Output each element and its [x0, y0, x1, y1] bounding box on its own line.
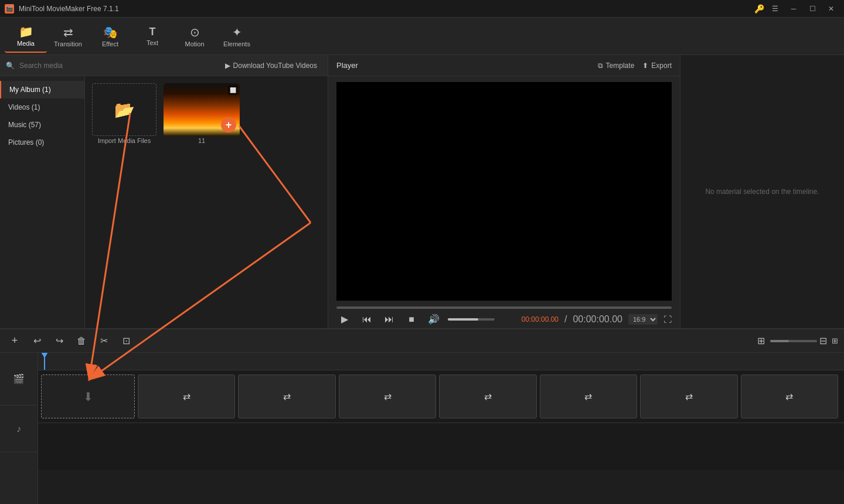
sidebar-item-pictures[interactable]: Pictures (0): [0, 134, 84, 151]
delete-button[interactable]: 🗑: [73, 332, 90, 350]
left-sidebar: My Album (1) Videos (1) Music (57) Pictu…: [0, 76, 85, 328]
playhead-area[interactable]: [38, 353, 844, 370]
volume-slider[interactable]: [448, 318, 495, 321]
timeline-toolbar: + ↩ ↪ 🗑 ✂ ⊡ ⊞ ⊟ ⊞: [0, 329, 844, 353]
sidebar-item-videos[interactable]: Videos (1): [0, 98, 84, 116]
next-frame-button[interactable]: ⏭: [381, 314, 397, 325]
aspect-ratio-select[interactable]: 16:9 4:3 1:1: [628, 314, 658, 325]
arrow-icon-6: ⇄: [685, 391, 693, 402]
timeline-segment-0[interactable]: ⬇: [41, 374, 135, 418]
timeline-right-controls: ⊞ ⊟ ⊞: [754, 334, 838, 348]
search-icon: 🔍: [6, 62, 15, 70]
export-icon: ⬆: [642, 62, 648, 70]
timeline-segment-5[interactable]: ⇄: [540, 374, 637, 418]
text-icon: T: [149, 26, 156, 38]
main-area: 🔍 ▶ Download YouTube Videos My Album (1)…: [0, 55, 844, 328]
search-input[interactable]: [19, 62, 216, 70]
timeline-tracks: ⬇ ⇄ ⇄ ⇄ ⇄ ⇄ ⇄: [38, 353, 844, 504]
track-labels: 🎬 ♪: [0, 353, 38, 504]
folder-icon: 📂: [114, 100, 135, 120]
sidebar-item-my-album[interactable]: My Album (1): [0, 81, 84, 98]
player-title: Player: [336, 61, 358, 70]
player-video: [336, 82, 672, 301]
toolbar-effect[interactable]: 🎭 Effect: [89, 20, 131, 53]
progress-bar[interactable]: [336, 307, 672, 309]
toolbar-elements[interactable]: ✦ Elements: [216, 20, 258, 53]
volume-fill: [448, 318, 478, 321]
cut-button[interactable]: ✂: [95, 332, 113, 350]
prev-frame-button[interactable]: ⏮: [359, 314, 375, 325]
maximize-button[interactable]: ☐: [804, 2, 821, 15]
play-button[interactable]: ▶: [336, 314, 353, 325]
redo-button[interactable]: ↪: [50, 332, 68, 350]
arrow-icon-7: ⇄: [785, 391, 793, 402]
download-youtube-button[interactable]: ▶ Download YouTube Videos: [220, 59, 322, 72]
youtube-icon: ▶: [225, 62, 230, 70]
close-button[interactable]: ✕: [823, 2, 839, 15]
arrow-icon-3: ⇄: [384, 391, 392, 402]
info-panel: No material selected on the timeline.: [680, 55, 844, 328]
titlebar: 🎬 MiniTool MovieMaker Free 7.1.1 🔑 ☰ ─ ☐…: [0, 0, 844, 18]
video-track-icon: 🎬: [13, 373, 25, 384]
menu-button[interactable]: ☰: [767, 2, 783, 15]
no-material-text: No material selected on the timeline.: [705, 188, 819, 196]
audio-track: [38, 423, 844, 470]
template-button[interactable]: ⧉ Template: [598, 62, 635, 70]
toolbar: 📁 Media ⇄ Transition 🎭 Effect T Text ⊙ M…: [0, 18, 844, 55]
minimize-button[interactable]: ─: [785, 2, 802, 15]
add-to-timeline-button[interactable]: +: [221, 117, 236, 132]
key-icon: 🔑: [754, 4, 764, 13]
time-separator: /: [564, 314, 567, 325]
stop-button[interactable]: ■: [403, 314, 420, 325]
timeline-segment-4[interactable]: ⇄: [439, 374, 536, 418]
media-thumbnail[interactable]: ⬜ +: [164, 83, 240, 136]
controls-row: ▶ ⏮ ⏭ ■ 🔊 00:00:00.00 / 00:00:00.00 16:9…: [336, 314, 672, 325]
video-track-label: 🎬: [0, 353, 38, 406]
arrow-icon-1: ⇄: [183, 391, 190, 402]
app-icon: 🎬: [5, 4, 14, 13]
media-icon: 📁: [19, 25, 33, 39]
add-track-button[interactable]: +: [6, 332, 23, 350]
fullscreen-button[interactable]: ⛶: [663, 315, 672, 324]
crop-button[interactable]: ⊡: [117, 332, 135, 350]
playhead[interactable]: [44, 353, 45, 370]
effect-icon: 🎭: [103, 25, 118, 39]
time-current: 00:00:00.00: [522, 315, 559, 323]
zoom-slider[interactable]: [770, 340, 817, 342]
video-track: ⬇ ⇄ ⇄ ⇄ ⇄ ⇄ ⇄: [38, 370, 844, 423]
player-header-right: ⧉ Template ⬆ Export: [598, 62, 672, 70]
drop-icon: ⬇: [83, 390, 93, 404]
timeline-content: 🎬 ♪ ⬇ ⇄: [0, 353, 844, 504]
time-total: 00:00:00.00: [573, 314, 622, 325]
toolbar-motion[interactable]: ⊙ Motion: [173, 20, 216, 53]
timeline-segment-6[interactable]: ⇄: [640, 374, 737, 418]
toolbar-transition[interactable]: ⇄ Transition: [47, 20, 89, 53]
audio-track-icon: ♪: [16, 424, 21, 434]
timeline-area: + ↩ ↪ 🗑 ✂ ⊡ ⊞ ⊟ ⊞ 🎬 ♪: [0, 328, 844, 504]
undo-button[interactable]: ↩: [28, 332, 46, 350]
media-grid: 📂 Import Media Files ⬜ + 11: [85, 76, 328, 328]
elements-icon: ✦: [232, 25, 242, 39]
zoom-fill: [770, 340, 789, 342]
fit-button[interactable]: ⊞: [832, 336, 838, 345]
player-controls: ▶ ⏮ ⏭ ■ 🔊 00:00:00.00 / 00:00:00.00 16:9…: [328, 303, 680, 328]
titlebar-controls: 🔑 ☰ ─ ☐ ✕: [754, 2, 839, 15]
export-button[interactable]: ⬆ Export: [642, 62, 672, 70]
import-media-box[interactable]: 📂: [92, 83, 156, 136]
video-indicator: ⬜: [228, 86, 237, 95]
import-label: Import Media Files: [98, 137, 151, 144]
arrow-icon-4: ⇄: [484, 391, 492, 402]
left-panel-content: My Album (1) Videos (1) Music (57) Pictu…: [0, 76, 328, 328]
toolbar-media[interactable]: 📁 Media: [5, 20, 47, 53]
timeline-segment-3[interactable]: ⇄: [339, 374, 436, 418]
search-bar: 🔍 ▶ Download YouTube Videos: [0, 55, 328, 76]
zoom-out-button[interactable]: ⊟: [819, 335, 827, 346]
player-panel: Player ⧉ Template ⬆ Export ▶ ⏮ ⏭: [328, 55, 680, 328]
timeline-segment-1[interactable]: ⇄: [138, 374, 235, 418]
toolbar-text[interactable]: T Text: [131, 20, 173, 53]
timeline-segment-7[interactable]: ⇄: [741, 374, 838, 418]
motion-icon: ⊙: [190, 25, 200, 39]
timeline-segment-2[interactable]: ⇄: [238, 374, 335, 418]
sidebar-item-music[interactable]: Music (57): [0, 116, 84, 134]
zoom-in-button[interactable]: ⊞: [754, 334, 768, 348]
